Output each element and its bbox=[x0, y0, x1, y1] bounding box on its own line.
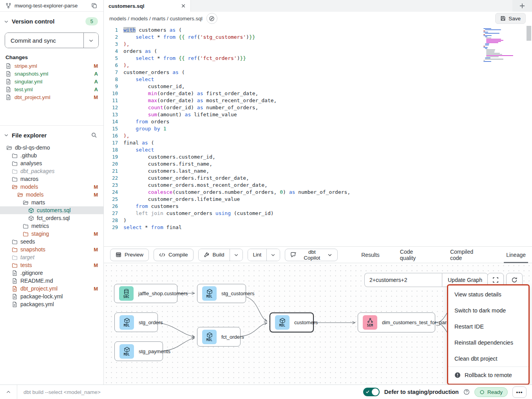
build-split-button: Build bbox=[198, 249, 243, 261]
change-status: M bbox=[94, 63, 98, 69]
tree-item-label: macros bbox=[20, 176, 98, 182]
new-tab-button[interactable] bbox=[512, 0, 532, 12]
tree-item-models[interactable]: modelsM bbox=[0, 183, 103, 191]
tree-item--github[interactable]: .github bbox=[0, 152, 103, 159]
code-line: 8 select bbox=[104, 76, 532, 83]
lineage-node-customers[interactable]: MDLcustomers bbox=[270, 312, 314, 332]
tree-item-staging[interactable]: stagingM bbox=[0, 230, 103, 238]
menu-item-switch-to-dark-mode[interactable]: Switch to dark mode bbox=[448, 302, 528, 318]
lineage-search-input[interactable]: 2+customers+2 bbox=[364, 273, 442, 287]
change-row[interactable]: dbt_project.ymlM bbox=[0, 93, 103, 101]
editor-minimap[interactable] bbox=[483, 28, 521, 62]
tree-item-marts[interactable]: marts bbox=[0, 199, 103, 206]
change-file-name: stripe.yml bbox=[14, 63, 90, 69]
change-row[interactable]: test.ymlA bbox=[0, 85, 103, 93]
search-icon[interactable] bbox=[90, 131, 98, 139]
dbt-copilot-button[interactable]: dbt Copilot bbox=[285, 249, 338, 261]
chevron-down-icon bbox=[4, 19, 9, 24]
change-row[interactable]: stripe.ymlM bbox=[0, 62, 103, 70]
help-icon[interactable] bbox=[463, 389, 470, 395]
commit-and-sync-button[interactable]: Commit and sync bbox=[5, 33, 83, 48]
close-icon[interactable] bbox=[181, 4, 186, 8]
tree-item-tests[interactable]: testsM bbox=[0, 261, 103, 269]
tree-item--gitignore[interactable]: .gitignore bbox=[0, 269, 103, 277]
menu-item-view-status-details[interactable]: View status details bbox=[448, 286, 528, 302]
change-status: M bbox=[94, 94, 98, 100]
tree-item-target[interactable]: target bbox=[0, 253, 103, 261]
breadcrumb-row: models / models / marts / customers.sql … bbox=[104, 12, 532, 25]
folder-icon bbox=[12, 161, 18, 166]
tab-lineage[interactable]: Lineage bbox=[506, 247, 526, 263]
tree-item-snapshots[interactable]: snapshotsM bbox=[0, 246, 103, 253]
version-control-header[interactable]: Version control 5 bbox=[0, 12, 103, 28]
lineage-node-stg-orders[interactable]: MDLstg_orders bbox=[114, 312, 158, 332]
tree-item-package-lock-yml[interactable]: package-lock.yml bbox=[0, 292, 103, 300]
modified-badge: M bbox=[94, 247, 98, 253]
tree-item-readme-md[interactable]: README.md bbox=[0, 277, 103, 285]
menu-item-restart-ide[interactable]: Restart IDE bbox=[448, 318, 528, 334]
tree-item-dbt-project-yml[interactable]: dbt_project.ymlM bbox=[0, 285, 103, 292]
change-row[interactable]: snapshots.ymlA bbox=[0, 70, 103, 78]
folder-icon bbox=[12, 255, 18, 260]
folder-icon bbox=[12, 153, 18, 159]
tab-compiled-code[interactable]: Compiled code bbox=[450, 247, 486, 263]
change-row[interactable]: singular.ymlA bbox=[0, 78, 103, 85]
tree-item-fct-orders-sql[interactable]: fct_orders.sql bbox=[0, 214, 103, 222]
tree-item-customers-sql[interactable]: customers.sql bbox=[0, 206, 103, 214]
commit-options-button[interactable] bbox=[83, 33, 98, 48]
code-line: 2 select * from {{ ref('stg_customers')}… bbox=[104, 34, 532, 41]
tree-item-seeds[interactable]: seeds bbox=[0, 238, 103, 246]
change-file-name: test.yml bbox=[14, 87, 91, 92]
lint-button[interactable]: Lint bbox=[248, 249, 267, 261]
tree-item-models[interactable]: modelsM bbox=[0, 191, 103, 199]
chevron-down-icon bbox=[328, 253, 332, 257]
save-label: Save bbox=[508, 16, 521, 22]
menu-item-reinstall-dependencies[interactable]: Reinstall dependencies bbox=[448, 334, 528, 350]
tab-customers-sql[interactable]: customers.sql bbox=[104, 0, 191, 12]
preview-button[interactable]: Preview bbox=[110, 249, 149, 261]
tree-item-db-sl-qs-demo[interactable]: db-sl-qs-demo bbox=[0, 144, 103, 152]
lineage-node-jaffle-shop-customers[interactable]: SRCjaffle_shop.customers bbox=[114, 284, 177, 303]
editor-scrollbar[interactable] bbox=[527, 26, 531, 41]
compile-label: Compile bbox=[168, 252, 188, 258]
lineage-node-fct-orders[interactable]: MDLfct_orders bbox=[197, 327, 241, 347]
build-button[interactable]: Build bbox=[199, 249, 230, 261]
tree-item-analyses[interactable]: analyses bbox=[0, 159, 103, 167]
lineage-node-dim-customers-test-for-parse[interactable]: SEMdim_customers_test_for_parse bbox=[358, 312, 435, 332]
copy-icon[interactable] bbox=[90, 2, 98, 9]
build-options-button[interactable] bbox=[230, 249, 242, 261]
tree-item-dbt-packages[interactable]: dbt_packages bbox=[0, 167, 103, 175]
lint-label: Lint bbox=[253, 252, 262, 258]
compass-icon[interactable] bbox=[206, 13, 217, 24]
tree-item-label: dbt_project.yml bbox=[20, 285, 91, 292]
code-line: 29select * from final bbox=[104, 224, 532, 231]
lineage-node-stg-customers[interactable]: MDLstg_customers bbox=[197, 284, 246, 303]
lineage-panel: SRCjaffle_shop.customersMDLstg_customers… bbox=[104, 263, 532, 385]
command-input[interactable]: dbt build --select <model_name> bbox=[17, 389, 363, 395]
defer-toggle[interactable] bbox=[363, 388, 380, 396]
code-line: 14 from orders bbox=[104, 118, 532, 125]
tree-item-packages-yml[interactable]: packages.yml bbox=[0, 300, 103, 308]
code-line: 9 customer_id, bbox=[104, 83, 532, 90]
menu-item-rollback-to-remote[interactable]: Rollback to remote bbox=[448, 367, 528, 383]
commit-split-button: Commit and sync bbox=[5, 32, 99, 48]
chevron-up-icon[interactable] bbox=[0, 385, 17, 399]
check-icon bbox=[366, 390, 370, 394]
menu-item-clean-dbt-project[interactable]: Clean dbt project bbox=[448, 350, 528, 367]
code-editor[interactable]: 1with customers as (2 select * from {{ r… bbox=[104, 25, 532, 247]
compile-button[interactable]: Compile bbox=[154, 249, 194, 261]
chevron-down-icon bbox=[4, 133, 9, 137]
lint-options-button[interactable] bbox=[266, 249, 279, 261]
lineage-node-stg-payments[interactable]: MDLstg_payments bbox=[114, 341, 163, 361]
tab-results[interactable]: Results bbox=[361, 247, 380, 263]
tab-code-quality[interactable]: Code quality bbox=[400, 247, 430, 263]
tree-item-metrics[interactable]: metrics bbox=[0, 222, 103, 230]
file-explorer-header[interactable]: File explorer bbox=[0, 126, 103, 141]
save-button[interactable]: Save bbox=[495, 13, 526, 24]
node-type-badge: SEM bbox=[363, 315, 377, 330]
node-type-badge: MDL bbox=[119, 315, 134, 330]
editor-tabbar: customers.sql bbox=[104, 0, 532, 12]
more-options-button[interactable]: ••• bbox=[512, 386, 527, 398]
tree-item-macros[interactable]: macros bbox=[0, 175, 103, 183]
node-type-badge: MDL bbox=[202, 330, 217, 344]
